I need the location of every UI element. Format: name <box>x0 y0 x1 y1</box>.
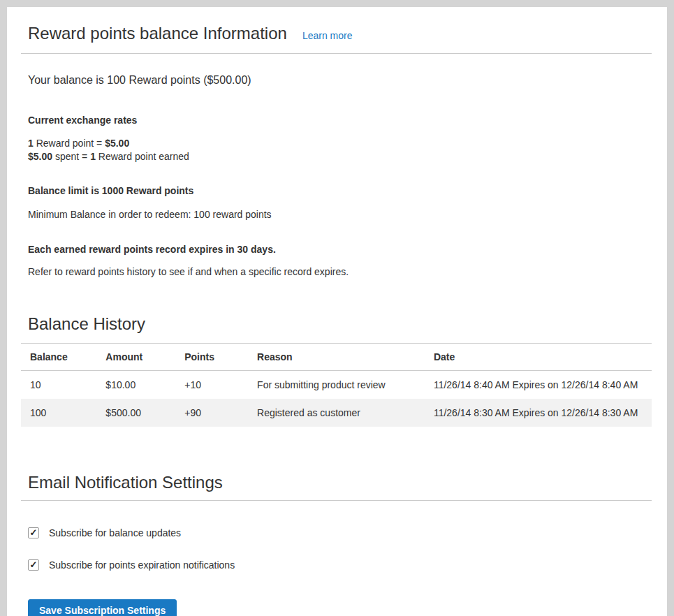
cell-amount: $10.00 <box>96 371 175 399</box>
expiration-note: Each earned reward points record expires… <box>28 243 652 256</box>
cell-date: 11/26/14 8:40 AM Expires on 12/26/14 8:4… <box>425 371 652 399</box>
balance-summary: Your balance is 100 Reward points ($500.… <box>28 73 652 87</box>
minimum-balance-note: Minimum Balance in order to redeem: 100 … <box>28 208 652 221</box>
column-header-points: Points <box>175 344 248 371</box>
rate-to-currency-line: 1 Reward point = $5.00 <box>28 137 652 150</box>
page-title: Reward points balance Information <box>28 24 287 43</box>
balance-history-heading: Balance History <box>28 314 652 334</box>
column-header-date: Date <box>425 344 652 371</box>
exchange-rates-heading: Current exchange rates <box>28 114 652 126</box>
rate-points-value: 1 <box>28 138 34 149</box>
rate-middle-text: Reward point = <box>34 138 105 149</box>
balance-updates-option: Subscribe for balance updates <box>28 527 652 538</box>
cell-points: +10 <box>175 371 248 399</box>
balance-updates-checkbox[interactable] <box>28 527 39 538</box>
column-header-reason: Reason <box>248 344 425 371</box>
column-header-amount: Amount <box>96 344 175 371</box>
reward-points-panel: Reward points balance Information Learn … <box>7 7 667 616</box>
earned-tail-text: Reward point earned <box>96 151 189 162</box>
email-settings-title-row: Email Notification Settings <box>21 473 652 501</box>
cell-reason: For submitting product review <box>248 371 425 399</box>
cell-date: 11/26/14 8:30 AM Expires on 12/26/14 8:3… <box>425 399 652 427</box>
balance-limit-note: Balance limit is 1000 Reward points <box>28 184 652 197</box>
rate-to-points-line: $5.00 spent = 1 Reward point earned <box>28 150 652 163</box>
cell-balance: 10 <box>21 371 96 399</box>
cell-amount: $500.00 <box>96 399 175 427</box>
points-expiration-checkbox[interactable] <box>28 559 39 571</box>
spent-middle-text: spent = <box>52 151 90 162</box>
earned-points-value: 1 <box>90 151 96 162</box>
page-title-row: Reward points balance Information Learn … <box>21 24 652 54</box>
learn-more-link[interactable]: Learn more <box>302 30 353 41</box>
points-expiration-label[interactable]: Subscribe for points expiration notifica… <box>49 559 235 571</box>
table-header-row: Balance Amount Points Reason Date <box>21 344 652 371</box>
rate-amount-value: $5.00 <box>105 138 129 149</box>
exchange-rates: 1 Reward point = $5.00 $5.00 spent = 1 R… <box>28 137 652 163</box>
expiration-hint: Refer to reward points history to see if… <box>28 265 652 278</box>
email-settings-heading: Email Notification Settings <box>28 473 652 492</box>
table-row: 10 $10.00 +10 For submitting product rev… <box>21 371 652 399</box>
cell-balance: 100 <box>21 399 96 427</box>
column-header-balance: Balance <box>21 344 96 371</box>
table-row: 100 $500.00 +90 Registered as customer 1… <box>21 399 652 427</box>
cell-points: +90 <box>175 399 248 427</box>
spent-amount-value: $5.00 <box>28 151 52 162</box>
balance-history-table: Balance Amount Points Reason Date 10 $10… <box>21 343 652 427</box>
balance-updates-label[interactable]: Subscribe for balance updates <box>49 527 181 538</box>
cell-reason: Registered as customer <box>248 399 425 427</box>
points-expiration-option: Subscribe for points expiration notifica… <box>28 559 652 571</box>
save-subscription-settings-button[interactable]: Save Subscription Settings <box>28 599 177 616</box>
